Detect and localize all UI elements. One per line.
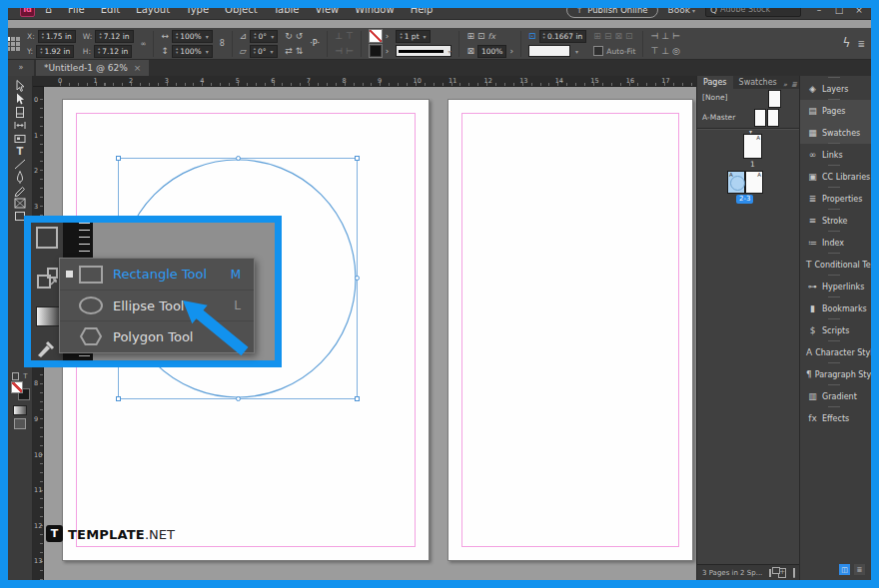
dock-item-cc-libraries[interactable]: ▣CC Libraries — [800, 166, 871, 188]
delete-page-icon[interactable] — [793, 568, 795, 578]
reference-point-grid[interactable] — [6, 37, 20, 51]
apply-gradient-swatch[interactable] — [12, 403, 28, 416]
corner-options-icons[interactable] — [477, 31, 485, 41]
align-options-icon[interactable] — [672, 46, 680, 56]
tools-panel-collapse[interactable]: » — [8, 60, 34, 76]
dock-item-scripts[interactable]: $Scripts — [800, 319, 871, 341]
align-objects-icons[interactable] — [672, 31, 680, 41]
master-a-label[interactable]: A-Master — [702, 113, 735, 122]
selection-handle[interactable] — [236, 156, 241, 161]
flyout-item-rectangle-tool[interactable]: Rectangle Tool M — [60, 259, 254, 290]
align-objects-icons[interactable] — [661, 31, 669, 41]
rotate-ccw-icon[interactable] — [296, 31, 304, 41]
dock-item-hyperlinks[interactable]: ⊶Hyperlinks — [800, 276, 871, 297]
pencil-tool[interactable] — [12, 184, 28, 197]
dock-view-icon[interactable]: ◫ — [839, 564, 850, 575]
panel-menu-icon[interactable] — [857, 39, 865, 49]
y-field[interactable]: 1.92 in — [36, 45, 74, 58]
master-none-label[interactable]: [None] — [702, 93, 727, 102]
rotation-field[interactable]: 0° — [250, 30, 278, 43]
gradient-tool-icon[interactable] — [36, 306, 60, 326]
page-1-label[interactable]: 1 — [750, 160, 755, 169]
dock-item-index[interactable]: ≔Index — [800, 232, 871, 254]
tab-close-icon[interactable]: × — [134, 63, 142, 73]
panel-expand-icon[interactable]: » — [783, 81, 787, 89]
tab-pages[interactable]: Pages — [697, 76, 733, 89]
scale-x-field[interactable]: 100% — [172, 30, 213, 43]
distribute-icons[interactable] — [335, 31, 343, 41]
object-style-swatch[interactable] — [528, 45, 570, 57]
page-tool[interactable] — [12, 106, 28, 119]
scale-y-field[interactable]: 100% — [172, 45, 213, 58]
dock-item-swatches[interactable]: ▦Swatches — [800, 122, 871, 144]
frame-fitting-icons[interactable] — [625, 31, 633, 41]
align-objects-icons[interactable] — [650, 31, 658, 41]
fill-flyout-arrow[interactable]: › — [386, 46, 390, 56]
panel-menu-icon[interactable]: ≣ — [791, 81, 797, 89]
w-field[interactable]: 7.12 in — [95, 30, 133, 43]
stroke-flyout-arrow[interactable]: › — [386, 31, 390, 41]
eyedropper-tool-icon[interactable] — [36, 336, 58, 362]
x-field[interactable]: 1.75 in — [38, 30, 76, 43]
rotate-cw-icon[interactable] — [285, 31, 293, 41]
selection-handle[interactable] — [355, 276, 360, 281]
frame-fitting-icons[interactable] — [593, 31, 601, 41]
dock-item-character-styles[interactable]: ACharacter Styles — [800, 341, 871, 363]
h-field[interactable]: 7.12 in — [94, 45, 132, 58]
master-none-thumbnail[interactable] — [768, 90, 781, 108]
dock-menu-icon[interactable]: ≣ — [854, 564, 865, 575]
align-objects-icons[interactable] — [661, 46, 669, 56]
dock-item-bookmarks[interactable]: ▮Bookmarks — [800, 297, 871, 319]
opacity-field[interactable]: 100% — [477, 45, 506, 58]
gap-tool[interactable] — [12, 119, 28, 132]
stroke-style-dropdown[interactable] — [396, 45, 451, 57]
distribute-icons[interactable] — [346, 31, 354, 41]
master-a-thumbnail-right[interactable] — [767, 109, 779, 127]
free-transform-tool-icon[interactable] — [36, 267, 60, 294]
dock-item-gradient[interactable]: ▥Gradient — [800, 385, 871, 407]
selection-handle[interactable] — [355, 396, 360, 401]
content-collector-tool[interactable] — [12, 132, 28, 145]
direct-selection-tool[interactable] — [12, 93, 28, 106]
selection-tool[interactable] — [12, 80, 28, 93]
constrain-dimensions-icon[interactable] — [141, 38, 147, 49]
align-objects-icons[interactable] — [650, 46, 658, 56]
frame-fitting-icons[interactable] — [614, 31, 622, 41]
opacity-flyout-arrow[interactable]: › — [509, 46, 513, 56]
selection-handle[interactable] — [355, 156, 360, 161]
flyout-item-ellipse-tool[interactable]: Ellipse Tool L — [60, 290, 254, 320]
frame-fitting-icons[interactable] — [604, 31, 612, 41]
corner-radius-field[interactable]: 0.1667 in — [539, 30, 587, 43]
dock-item-links[interactable]: ∞Links — [800, 144, 871, 166]
dock-item-pages[interactable]: ▤Pages — [800, 100, 871, 122]
spread-2-3-label[interactable]: 2-3 — [736, 195, 753, 204]
quick-actions-icon[interactable] — [843, 38, 851, 49]
distribute-icons[interactable] — [335, 46, 343, 56]
dock-item-paragraph-styles[interactable]: ¶Paragraph Styles — [800, 363, 871, 385]
stroke-swatch-none[interactable] — [369, 29, 383, 43]
pen-tool[interactable] — [12, 171, 28, 184]
page-1-thumbnail[interactable]: A — [743, 134, 762, 159]
tab-swatches[interactable]: Swatches — [733, 76, 783, 89]
edit-page-size-icon[interactable] — [769, 569, 771, 577]
autofit-checkbox[interactable] — [593, 46, 603, 56]
fill-swatch-black[interactable] — [369, 44, 383, 58]
effects-icon[interactable] — [488, 31, 496, 42]
selection-handle[interactable] — [236, 396, 241, 401]
frame-tool[interactable] — [12, 197, 28, 210]
flip-horizontal-icon[interactable] — [285, 46, 293, 56]
distribute-icons[interactable] — [346, 46, 354, 56]
selection-handle[interactable] — [116, 396, 121, 401]
document-tab[interactable]: *Untitled-1 @ 62% × — [36, 60, 149, 76]
link-scale-icon[interactable] — [220, 38, 225, 49]
type-tool[interactable]: T — [12, 145, 28, 158]
dock-item-layers[interactable]: ◈Layers — [800, 78, 871, 100]
line-tool[interactable] — [12, 158, 28, 171]
shear-field[interactable]: 0° — [250, 45, 278, 58]
flyout-item-polygon-tool[interactable]: Polygon Tool — [60, 320, 254, 351]
object-style-arrow[interactable] — [573, 46, 578, 57]
dock-item-effects[interactable]: fxEffects — [800, 407, 871, 429]
screen-mode-button[interactable] — [12, 417, 28, 430]
fill-stroke-proxy[interactable] — [11, 381, 30, 400]
stroke-weight-field[interactable]: 1 pt — [396, 30, 430, 43]
